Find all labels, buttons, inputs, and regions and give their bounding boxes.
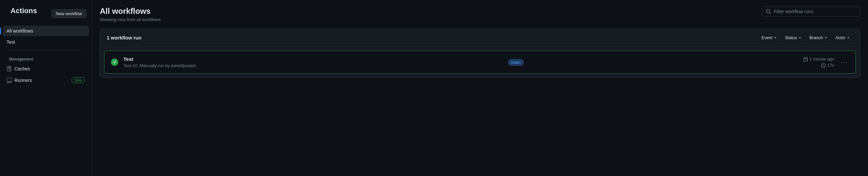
sidebar-item-runners[interactable]: Runners Beta xyxy=(3,75,89,86)
branch-filter-button[interactable]: Branch ▼ xyxy=(806,33,831,42)
sidebar-divider xyxy=(8,51,84,51)
runs-container: 1 workflow run Event ▼ Status ▼ Branch ▼… xyxy=(100,29,860,78)
runners-icon xyxy=(6,78,12,83)
sidebar-item-caches[interactable]: Caches xyxy=(3,64,89,74)
status-chevron-icon: ▼ xyxy=(798,36,802,40)
actor-chevron-icon: ▼ xyxy=(847,36,850,40)
beta-badge: Beta xyxy=(71,77,85,83)
event-chevron-icon: ▼ xyxy=(774,36,777,40)
new-workflow-button[interactable]: New workflow xyxy=(52,9,86,18)
run-status-icon xyxy=(111,58,118,66)
runs-header: 1 workflow run Event ▼ Status ▼ Branch ▼… xyxy=(100,29,860,47)
run-description: Test #2: Manually run by eshiettjoseph xyxy=(123,63,228,68)
sidebar-item-all-workflows[interactable]: All workflows xyxy=(3,26,89,36)
clock-icon xyxy=(821,63,826,68)
status-filter-button[interactable]: Status ▼ xyxy=(782,33,805,42)
run-time: 1 minute ago xyxy=(803,56,834,61)
caches-label: Caches xyxy=(14,66,30,71)
sidebar-item-test[interactable]: Test xyxy=(3,37,89,47)
calendar-icon xyxy=(803,57,808,61)
main-content: All workflows Showing runs from all work… xyxy=(92,0,868,176)
sidebar-header: Actions New workflow xyxy=(0,6,92,26)
sidebar: Actions New workflow All workflows Test … xyxy=(0,0,92,176)
sidebar-title: Actions xyxy=(5,6,42,20)
all-workflows-label: All workflows xyxy=(6,28,33,33)
branch-badge: main xyxy=(508,59,524,66)
branch-chevron-icon: ▼ xyxy=(824,36,828,40)
main-header: All workflows Showing runs from all work… xyxy=(100,6,860,22)
management-label: Management xyxy=(3,54,89,63)
page-title: All workflows xyxy=(100,6,161,16)
run-meta: 1 minute ago 17s xyxy=(803,56,834,68)
filter-search-wrapper[interactable] xyxy=(762,6,860,17)
test-label: Test xyxy=(6,40,15,45)
actor-filter-button[interactable]: Actor ▼ xyxy=(832,33,853,42)
run-more-button[interactable]: ··· xyxy=(839,59,849,66)
runners-label: Runners xyxy=(14,78,32,83)
runs-count: 1 workflow run xyxy=(107,35,142,41)
run-name: Test xyxy=(123,56,228,62)
event-filter-button[interactable]: Event ▼ xyxy=(758,33,780,42)
main-title-section: All workflows Showing runs from all work… xyxy=(100,6,161,22)
sidebar-nav: All workflows Test Management Caches Run… xyxy=(0,26,92,86)
table-row[interactable]: Test Test #2: Manually run by eshiettjos… xyxy=(104,51,856,74)
run-info: Test Test #2: Manually run by eshiettjos… xyxy=(123,56,228,68)
run-branch-section: main xyxy=(234,59,798,66)
filter-input[interactable] xyxy=(774,9,856,14)
caches-icon xyxy=(6,66,12,71)
search-icon xyxy=(766,9,771,14)
runs-filters: Event ▼ Status ▼ Branch ▼ Actor ▼ xyxy=(758,33,853,42)
page-subtitle: Showing runs from all workflows xyxy=(100,17,161,22)
run-duration: 17s xyxy=(821,63,834,68)
success-icon xyxy=(111,58,118,66)
